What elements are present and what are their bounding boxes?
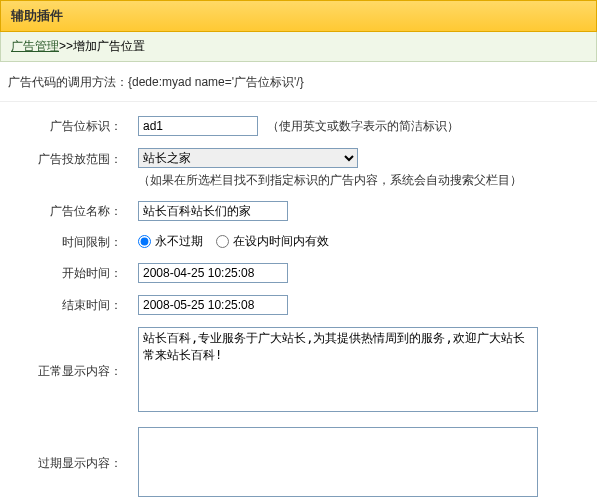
breadcrumb-current: 增加广告位置 bbox=[73, 39, 145, 53]
module-title: 辅助插件 bbox=[11, 8, 63, 23]
end-time-input[interactable] bbox=[138, 295, 288, 315]
start-time-input[interactable] bbox=[138, 263, 288, 283]
scope-note: （如果在所选栏目找不到指定标识的广告内容，系统会自动搜索父栏目） bbox=[138, 172, 589, 189]
label-start-time: 开始时间： bbox=[0, 257, 130, 289]
label-expired-content: 过期显示内容： bbox=[0, 421, 130, 500]
label-time-limit: 时间限制： bbox=[0, 227, 130, 257]
label-scope: 广告投放范围： bbox=[0, 142, 130, 195]
breadcrumb-link-ad-manage[interactable]: 广告管理 bbox=[11, 39, 59, 53]
radio-range[interactable] bbox=[216, 235, 229, 248]
usage-hint: 广告代码的调用方法：{dede:myad name='广告位标识'/} bbox=[0, 62, 597, 102]
label-normal-content: 正常显示内容： bbox=[0, 321, 130, 421]
radio-never-expire-wrap[interactable]: 永不过期 bbox=[138, 233, 203, 250]
identifier-input[interactable] bbox=[138, 116, 258, 136]
scope-select[interactable]: 站长之家 bbox=[138, 148, 358, 168]
label-name: 广告位名称： bbox=[0, 195, 130, 227]
module-header: 辅助插件 bbox=[0, 0, 597, 32]
breadcrumb: 广告管理>>增加广告位置 bbox=[0, 32, 597, 62]
ad-form: 广告位标识： （使用英文或数字表示的简洁标识） 广告投放范围： 站长之家 （如果… bbox=[0, 110, 597, 500]
name-input[interactable] bbox=[138, 201, 288, 221]
radio-never-expire[interactable] bbox=[138, 235, 151, 248]
radio-range-wrap[interactable]: 在设内时间内有效 bbox=[216, 233, 329, 250]
expired-content-textarea[interactable] bbox=[138, 427, 538, 497]
label-end-time: 结束时间： bbox=[0, 289, 130, 321]
label-identifier: 广告位标识： bbox=[0, 110, 130, 142]
normal-content-textarea[interactable] bbox=[138, 327, 538, 412]
identifier-note: （使用英文或数字表示的简洁标识） bbox=[267, 119, 459, 133]
